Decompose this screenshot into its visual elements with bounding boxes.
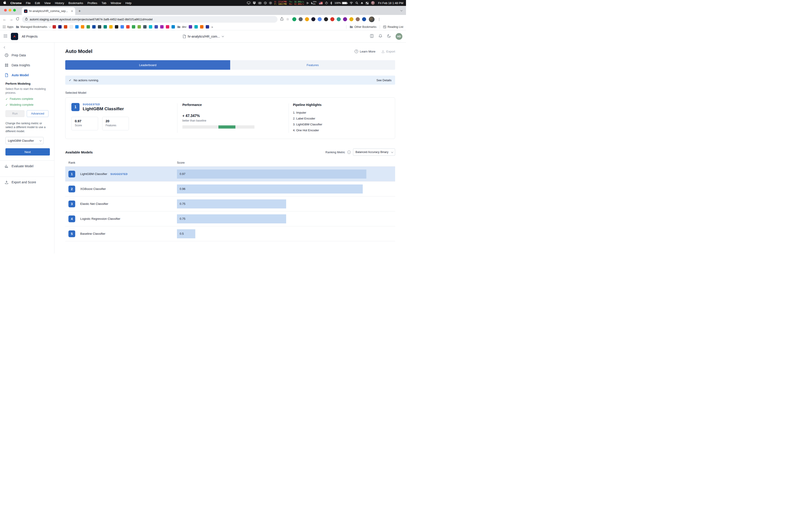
status-icon-display[interactable] (247, 2, 250, 4)
sidebar-item-prep-data[interactable]: Prep Data (0, 50, 54, 60)
bookmark-star-icon[interactable]: ☆ (286, 17, 289, 21)
bookmark-favicon[interactable] (53, 25, 56, 29)
extension-icon[interactable] (349, 17, 353, 21)
bookmark-favicon[interactable] (120, 25, 124, 29)
bookmark-favicon[interactable] (138, 25, 141, 29)
eject-icon[interactable] (361, 2, 363, 4)
bookmark-favicon[interactable] (189, 25, 192, 29)
bookmark-favicon[interactable] (166, 25, 169, 29)
extension-icon[interactable] (343, 17, 347, 21)
menu-bookmarks[interactable]: Bookmarks (68, 1, 83, 5)
bluetooth-icon[interactable] (330, 2, 332, 5)
wifi-icon[interactable] (350, 2, 353, 4)
next-button[interactable]: Next (5, 148, 50, 156)
menubar-app-name[interactable]: Chrome (10, 1, 21, 5)
bookmark-favicon[interactable] (143, 25, 147, 29)
menu-window[interactable]: Window (111, 1, 121, 5)
bookmark-favicon[interactable] (115, 25, 118, 29)
status-icon-play[interactable] (307, 2, 309, 4)
browser-menu-icon[interactable]: ⋮ (377, 17, 381, 21)
browser-profile-avatar[interactable] (369, 16, 374, 22)
table-row[interactable]: 3 Elastic Net Classifier 0.75 (65, 196, 395, 211)
notifications-bell-icon[interactable] (378, 34, 383, 39)
tab-close-icon[interactable]: × (71, 9, 73, 13)
project-switcher[interactable]: hr-analytics/HR_com... (183, 35, 223, 38)
status-icon-dropbox[interactable] (253, 2, 256, 4)
dark-mode-moon-icon[interactable] (387, 34, 391, 39)
apple-menu-icon[interactable] (3, 1, 6, 5)
apps-shortcut[interactable]: Apps (3, 25, 14, 29)
run-button[interactable]: Run (5, 110, 24, 117)
see-details-link[interactable]: See Details (376, 78, 392, 82)
bookmark-favicon[interactable] (171, 25, 175, 29)
extension-icon[interactable] (311, 17, 315, 21)
menu-edit[interactable]: Edit (35, 1, 40, 5)
input-language-flag[interactable] (319, 2, 323, 4)
bookmark-favicon[interactable] (126, 25, 130, 29)
bookmark-favicon[interactable] (104, 25, 107, 29)
app-grid-icon[interactable] (4, 34, 7, 39)
tab-search-chevron-icon[interactable] (400, 8, 402, 12)
bookmark-favicon[interactable] (206, 25, 209, 29)
site-security-lock-icon[interactable] (25, 17, 28, 21)
extension-icon[interactable] (330, 17, 335, 21)
sidebar-item-evaluate-model[interactable]: Evaluate Model (0, 161, 54, 172)
status-icon-generic2[interactable] (269, 2, 272, 4)
table-row[interactable]: 1 LightGBM Classifier SUGGESTED 0.97 (65, 167, 395, 181)
cpu-meter[interactable]: 15%5% (311, 1, 316, 5)
battery-indicator[interactable]: 100% (335, 2, 347, 4)
reload-button[interactable] (16, 17, 19, 21)
tab-features[interactable]: Features (230, 60, 395, 70)
tab-leaderboard[interactable]: Leaderboard (65, 60, 230, 70)
menu-help[interactable]: Help (125, 1, 132, 5)
extension-icon[interactable] (292, 17, 296, 21)
extension-icon[interactable] (356, 17, 360, 21)
zoom-window-button[interactable] (13, 9, 16, 11)
extension-icon[interactable] (318, 17, 322, 21)
bookmark-favicon[interactable] (92, 25, 96, 29)
bookmark-favicon[interactable] (149, 25, 152, 29)
status-icon-camera[interactable] (258, 2, 261, 4)
bookmark-favicon[interactable] (81, 25, 84, 29)
bookmark-favicon[interactable] (58, 25, 62, 29)
menu-profiles[interactable]: Profiles (88, 1, 97, 5)
managed-bookmarks-folder[interactable]: Managed Bookmarks (16, 25, 50, 29)
spotlight-icon[interactable] (355, 2, 358, 4)
reading-list-button[interactable]: Reading List (383, 25, 404, 29)
extension-icon[interactable] (324, 17, 328, 21)
bookmark-favicon[interactable] (87, 25, 90, 29)
new-tab-button[interactable]: + (79, 9, 81, 13)
user-avatar[interactable]: HD (396, 33, 402, 40)
sidebar-collapse-chevron[interactable] (4, 46, 7, 49)
model-select-dropdown[interactable]: LightGBM Classifier (5, 137, 44, 144)
bookmark-favicon[interactable] (69, 25, 73, 29)
minimize-window-button[interactable] (9, 9, 11, 11)
ranking-metric-dropdown[interactable]: Balanced Accuracy Binary (353, 149, 395, 156)
learn-more-button[interactable]: ? Learn More (355, 50, 375, 53)
menu-history[interactable]: History (55, 1, 64, 5)
bookmarks-overflow-chevron[interactable]: » (211, 25, 213, 29)
docs-panel-icon[interactable] (370, 34, 374, 39)
table-row[interactable]: 2 XGBoost Classifier 0.96 (65, 181, 395, 196)
bookmark-favicon[interactable] (109, 25, 113, 29)
back-button[interactable]: ← (3, 17, 7, 21)
forward-button[interactable]: → (9, 17, 13, 21)
alteryx-logo[interactable] (11, 33, 18, 40)
bookmark-favicon[interactable] (160, 25, 164, 29)
table-row[interactable]: 4 Logistic Regression Classifier 0.75 (65, 211, 395, 226)
bookmark-favicon[interactable] (194, 25, 198, 29)
info-icon[interactable]: i (347, 151, 351, 154)
all-projects-link[interactable]: All Projects (22, 35, 38, 38)
menubar-clock[interactable]: Fri Feb 18 1:48 PM (378, 1, 403, 5)
browser-tab[interactable]: hr-analytics/HR_comma_sep... × (22, 7, 75, 15)
table-row[interactable]: 5 Baseline Classifier 0.5 (65, 226, 395, 241)
sidebar-item-auto-model[interactable]: Auto Model (0, 70, 54, 80)
sidebar-item-data-insights[interactable]: Data Insights (0, 60, 54, 70)
address-bar[interactable]: automl.staging.automl.ayxcloud.com/proje… (22, 16, 277, 23)
menu-view[interactable]: View (44, 1, 51, 5)
extension-icon[interactable] (362, 17, 366, 21)
status-icon-generic1[interactable] (264, 2, 267, 4)
bookmark-favicon[interactable] (75, 25, 79, 29)
export-button[interactable]: Export (381, 50, 395, 53)
extension-icon[interactable] (305, 17, 309, 21)
